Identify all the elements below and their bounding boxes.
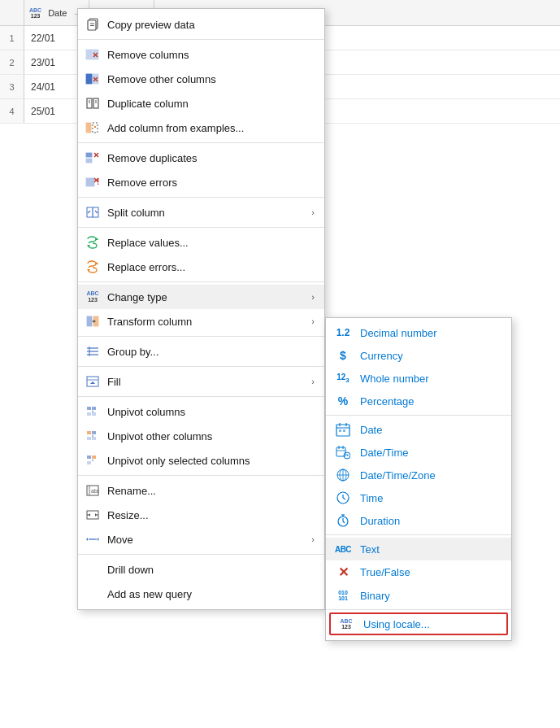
submenu-item-decimal[interactable]: 1.2 Decimal number	[326, 321, 511, 344]
datetime-icon	[334, 445, 352, 460]
svg-rect-22	[86, 153, 92, 157]
menu-item-remove-columns[interactable]: Remove columns	[78, 42, 324, 67]
submenu-item-time[interactable]: Time	[326, 486, 511, 509]
transform-arrow-icon: ›	[311, 316, 315, 326]
svg-rect-61	[87, 461, 91, 464]
datetimezone-label: Date/Time/Zone	[360, 469, 436, 482]
menu-item-copy-preview[interactable]: Copy preview data	[78, 12, 324, 37]
svg-rect-26	[86, 178, 94, 186]
menu-item-remove-duplicates[interactable]: Remove duplicates	[78, 146, 324, 170]
svg-marker-70	[95, 513, 97, 517]
decimal-number-symbol: 1.2	[336, 327, 350, 338]
remove-columns-label: Remove columns	[107, 49, 315, 61]
menu-item-remove-other-columns[interactable]: Remove other columns	[78, 67, 324, 91]
remove-other-columns-label: Remove other columns	[107, 73, 315, 85]
submenu-item-duration[interactable]: Duration	[326, 509, 511, 532]
svg-rect-50	[92, 407, 96, 410]
svg-line-33	[95, 211, 98, 213]
submenu-item-currency[interactable]: $ Currency	[326, 344, 511, 367]
menu-item-unpivot-other-columns[interactable]: Unpivot other columns	[78, 424, 324, 448]
submenu-item-datetime[interactable]: Date/Time	[326, 441, 511, 464]
separator	[78, 197, 324, 198]
whole-number-label: Whole number	[360, 373, 429, 385]
svg-marker-48	[90, 381, 95, 384]
binary-icon: 010 101	[334, 590, 352, 601]
add-query-icon	[85, 586, 101, 602]
svg-rect-38	[87, 316, 92, 326]
separator	[78, 396, 324, 397]
col-date-label: Date	[48, 8, 67, 18]
decimal-icon: 1.2	[334, 327, 352, 338]
remove-errors-icon: !	[85, 174, 101, 190]
remove-errors-label: Remove errors	[107, 177, 315, 189]
change-type-submenu: 1.2 Decimal number $ Currency 123 Whole …	[325, 317, 512, 641]
submenu-item-truefalse[interactable]: ✕ True/False	[326, 560, 511, 584]
menu-item-resize[interactable]: Resize...	[78, 503, 324, 527]
menu-item-remove-errors[interactable]: ! Remove errors	[78, 170, 324, 194]
menu-item-split-column[interactable]: Split column ›	[78, 200, 324, 225]
svg-line-93	[343, 498, 345, 499]
menu-item-duplicate-column[interactable]: Duplicate column	[78, 91, 324, 116]
menu-item-replace-values[interactable]: Replace values...	[78, 230, 324, 255]
menu-item-drill-down[interactable]: Drill down	[78, 557, 324, 582]
svg-rect-56	[87, 437, 91, 440]
row-num: 2	[0, 50, 24, 74]
duration-icon	[334, 513, 352, 528]
svg-rect-23	[86, 159, 92, 163]
duplicate-column-label: Duplicate column	[107, 98, 315, 110]
duration-label: Duration	[360, 515, 400, 527]
remove-columns-icon	[85, 46, 101, 63]
submenu-item-datetimezone[interactable]: Date/Time/Zone	[326, 464, 511, 486]
menu-item-transform-column[interactable]: Transform column ›	[78, 309, 324, 333]
transform-column-icon	[85, 313, 101, 329]
separator	[78, 39, 324, 40]
menu-item-rename[interactable]: abc Rename...	[78, 478, 324, 503]
row-num: 1	[0, 26, 24, 50]
svg-rect-52	[92, 412, 96, 416]
submenu-item-using-locale[interactable]: ABC 123 Using locale...	[329, 612, 508, 635]
duplicate-column-icon	[85, 95, 101, 111]
menu-item-add-column[interactable]: Add column from examples...	[78, 116, 324, 140]
menu-item-move[interactable]: Move ›	[78, 527, 324, 551]
separator	[326, 609, 511, 610]
percentage-icon: %	[334, 395, 352, 408]
move-arrow-icon: ›	[311, 534, 315, 544]
menu-item-add-query[interactable]: Add as new query	[78, 582, 324, 606]
replace-values-icon	[85, 234, 101, 251]
remove-other-columns-icon	[85, 71, 101, 87]
separator	[326, 415, 511, 416]
svg-marker-72	[86, 538, 88, 541]
currency-symbol: $	[340, 349, 346, 362]
svg-line-96	[343, 521, 345, 523]
separator	[78, 336, 324, 337]
change-type-label: Change type	[107, 291, 305, 303]
percentage-label: Percentage	[360, 395, 415, 408]
add-column-label: Add column from examples...	[107, 122, 315, 134]
submenu-item-percentage[interactable]: % Percentage	[326, 390, 511, 412]
menu-item-group-by[interactable]: Group by...	[78, 339, 324, 364]
date-label: Date	[360, 424, 382, 436]
svg-rect-57	[92, 437, 96, 440]
split-column-icon	[85, 204, 101, 220]
submenu-item-binary[interactable]: 010 101 Binary	[326, 584, 511, 607]
svg-marker-69	[89, 513, 90, 517]
svg-rect-60	[92, 456, 96, 459]
replace-errors-label: Replace errors...	[107, 261, 315, 273]
submenu-item-whole-number[interactable]: 123 Whole number	[326, 367, 511, 390]
menu-item-replace-errors[interactable]: Replace errors...	[78, 255, 324, 279]
menu-item-fill[interactable]: Fill ›	[78, 369, 324, 394]
svg-rect-51	[87, 412, 91, 416]
remove-duplicates-icon	[85, 150, 101, 166]
unpivot-selected-label: Unpivot only selected columns	[107, 455, 315, 467]
submenu-item-text[interactable]: ABC Text	[326, 538, 511, 560]
truefalse-icon: ✕	[334, 565, 352, 580]
separator	[326, 534, 511, 535]
unpivot-other-columns-icon	[85, 428, 101, 444]
menu-item-unpivot-selected[interactable]: Unpivot only selected columns	[78, 448, 324, 473]
svg-rect-13	[93, 98, 98, 108]
submenu-item-date[interactable]: Date	[326, 418, 511, 441]
menu-item-unpivot-columns[interactable]: Unpivot columns	[78, 399, 324, 424]
menu-item-change-type[interactable]: ABC 123 Change type ›	[78, 285, 324, 309]
copy-preview-label: Copy preview data	[107, 19, 315, 31]
copy-icon	[85, 16, 101, 33]
